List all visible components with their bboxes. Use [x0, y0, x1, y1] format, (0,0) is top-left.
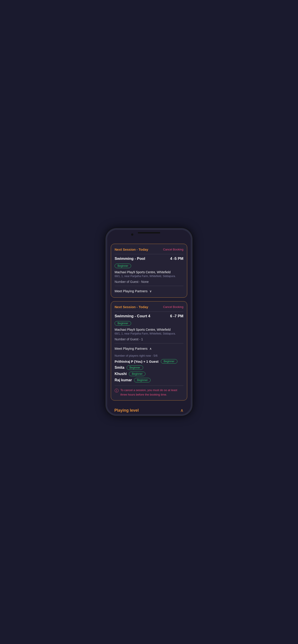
- card1-time-slot: 4 -5 PM: [170, 256, 183, 261]
- card2-meet-partners-label: Meet Playing Partners: [115, 346, 148, 350]
- card2-time-slot: 6 -7 PM: [170, 314, 183, 318]
- player-row-1: Prithiviraj P (You) + 1 Guest Beginner: [115, 359, 183, 364]
- card2-divider-mid: [115, 343, 183, 344]
- chevron-up-icon: ∧: [180, 408, 184, 413]
- phone-frame: Next Session - Today Cancel Booking Swim…: [105, 228, 193, 416]
- card1-activity-row: Swimming - Pool 4 -5 PM: [115, 256, 183, 261]
- player-4-name: Raj kumar: [115, 378, 132, 382]
- side-button: [192, 270, 193, 284]
- card2-partners-section: Number of players right now - 5/6 Prithi…: [115, 354, 183, 397]
- player-1-badge: Beginner: [161, 359, 177, 364]
- player-row-3: Khushi Beginner: [115, 372, 183, 376]
- session-card-2: Next Session - Today Cancel Booking Swim…: [111, 301, 187, 400]
- camera-dot: [131, 234, 133, 236]
- player-row-4: Raj kumar Beginner: [115, 378, 183, 382]
- player-row-2: Smita Beginner: [115, 366, 183, 370]
- card2-chevron-up-icon: ∧: [149, 347, 152, 350]
- card2-venue-name: Machaxi Play9 Sports Centre, Whitefield: [115, 328, 183, 332]
- card2-guest-info: Number of Guest - 1: [115, 338, 183, 341]
- card2-activity-name: Swimming - Court 4: [115, 314, 150, 318]
- player-1-name: Prithiviraj P (You) + 1 Guest: [115, 360, 159, 363]
- session-card-1: Next Session - Today Cancel Booking Swim…: [111, 244, 187, 298]
- info-circle-icon: ⓘ: [115, 388, 119, 393]
- card1-guest-info: Number of Guest - None: [115, 280, 183, 284]
- card2-session-title: Next Session - Today: [115, 305, 148, 309]
- player-2-badge: Beginner: [127, 366, 143, 370]
- card2-header: Next Session - Today Cancel Booking: [115, 305, 183, 309]
- card1-meet-partners-label: Meet Playing Partners: [115, 289, 148, 293]
- card1-chevron-down-icon: ∨: [149, 289, 152, 293]
- card1-level-badge: Beginner: [115, 264, 131, 268]
- playing-level-label: Playing level: [114, 408, 139, 413]
- card1-venue-address: 68/1, 1, near Parijatha Farm, Whitefield…: [115, 274, 183, 278]
- card1-divider-bottom: [115, 286, 183, 286]
- card2-level-badge: Beginner: [115, 321, 131, 326]
- card1-session-title: Next Session - Today: [115, 248, 148, 251]
- player-2-name: Smita: [115, 366, 124, 370]
- player-3-name: Khushi: [115, 372, 127, 376]
- player-4-badge: Beginner: [134, 378, 151, 382]
- phone-content: Next Session - Today Cancel Booking Swim…: [107, 230, 191, 414]
- card1-meet-partners-row[interactable]: Meet Playing Partners ∨: [115, 288, 183, 294]
- card1-activity-name: Swimming - Pool: [115, 256, 145, 261]
- info-notice-text: To cancel a session, you must do so at l…: [120, 388, 183, 397]
- info-notice: ⓘ To cancel a session, you must do so at…: [115, 386, 183, 397]
- scroll-area: Next Session - Today Cancel Booking Swim…: [107, 241, 191, 414]
- card2-divider-top: [115, 312, 183, 312]
- card1-divider-top: [115, 254, 183, 254]
- playing-level-section[interactable]: Playing level ∧: [111, 404, 187, 414]
- player-3-badge: Beginner: [129, 372, 145, 376]
- card1-cancel-button[interactable]: Cancel Booking: [163, 248, 183, 251]
- card2-meet-partners-row[interactable]: Meet Playing Partners ∧: [115, 346, 183, 351]
- card2-players-count: Number of players right now - 5/6: [115, 354, 183, 357]
- card1-header: Next Session - Today Cancel Booking: [115, 248, 183, 251]
- card1-venue-name: Machaxi Play9 Sports Centre, Whitefield: [115, 270, 183, 274]
- card2-cancel-button[interactable]: Cancel Booking: [163, 305, 183, 308]
- card2-venue-address: 68/1, 1, near Parijatha Farm, Whitefield…: [115, 332, 183, 335]
- card2-activity-row: Swimming - Court 4 6 -7 PM: [115, 314, 183, 318]
